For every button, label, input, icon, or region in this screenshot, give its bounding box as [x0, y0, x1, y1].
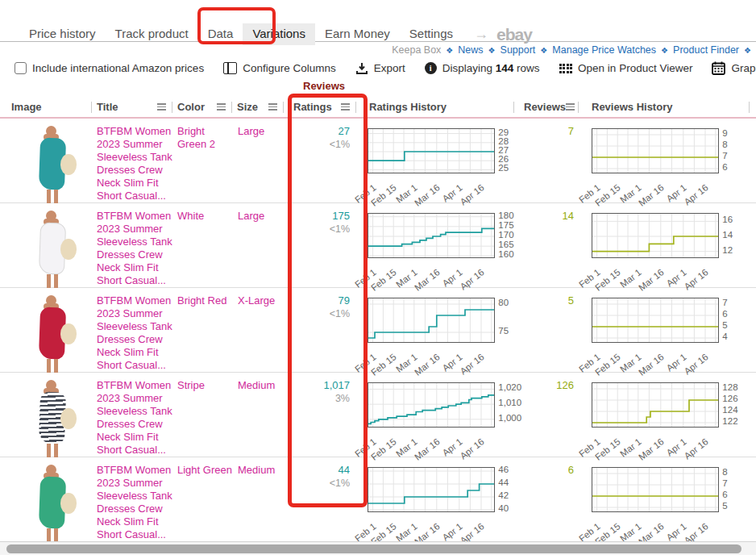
horizontal-scrollbar-track: [0, 541, 756, 555]
diamond-icon: ❖: [488, 46, 496, 55]
y-axis-tick: 1,000: [498, 413, 521, 423]
y-axis-tick: 6: [722, 309, 727, 319]
y-axis-tick: 44: [498, 478, 509, 487]
ratings-percent: <1%: [284, 138, 350, 151]
y-axis-tick: 42: [498, 490, 509, 500]
link-news[interactable]: News: [458, 44, 483, 56]
diamond-icon: ❖: [446, 46, 453, 55]
y-axis-tick: 180: [498, 211, 513, 220]
product-image[interactable]: [24, 464, 81, 542]
header-size[interactable]: Size: [232, 97, 284, 117]
column-menu-icon[interactable]: [268, 103, 277, 111]
variation-color: Stripe: [172, 373, 232, 463]
variation-size: Medium: [232, 373, 284, 463]
table-row: BTFBM Women 2023 Summer Sleeveless Tank …: [0, 373, 756, 457]
y-axis-tick: 46: [498, 465, 509, 474]
header-color[interactable]: Color: [172, 97, 232, 117]
variation-size: Medium: [232, 457, 284, 548]
export-button[interactable]: Export: [355, 62, 405, 75]
column-menu-icon[interactable]: [217, 103, 226, 111]
product-title-link[interactable]: BTFBM Women 2023 Summer Sleeveless Tank …: [92, 119, 172, 209]
y-axis-tick: 175: [498, 220, 513, 230]
keepa-box-label: Keepa Box: [392, 44, 441, 56]
tab-settings[interactable]: Settings: [400, 23, 463, 45]
product-image[interactable]: [24, 210, 81, 288]
table-row: BTFBM Women 2023 Summer Sleeveless Tank …: [0, 119, 756, 203]
info-icon[interactable]: i: [425, 62, 437, 74]
open-in-product-viewer-button[interactable]: Open in Product Viewer: [559, 62, 693, 74]
ratings-count: 44: [284, 464, 350, 477]
y-axis-tick: 8: [722, 467, 727, 477]
y-axis-tick: 122: [722, 416, 737, 426]
calendar-icon: [712, 61, 725, 75]
reviews-history-chart: 9876Feb 1Feb 15Mar 1Mar 16Apr 1Apr 16: [592, 128, 750, 209]
product-image[interactable]: [24, 125, 81, 203]
link-product-finder[interactable]: Product Finder: [673, 44, 739, 56]
grid-icon: [559, 64, 573, 73]
y-axis-tick: 25: [498, 163, 509, 173]
link-manage-price-watches[interactable]: Manage Price Watches: [552, 44, 656, 56]
y-axis-tick: 6: [722, 162, 727, 172]
product-title-link[interactable]: BTFBM Women 2023 Summer Sleeveless Tank …: [92, 457, 172, 548]
tab-data[interactable]: Data: [198, 23, 243, 45]
y-axis-tick: 170: [498, 230, 513, 240]
table-row: BTFBM Women 2023 Summer Sleeveless Tank …: [0, 203, 756, 288]
rows-count: 144: [496, 62, 514, 74]
ratings-percent: <1%: [284, 307, 350, 320]
header-image: Image: [6, 97, 92, 117]
tab-variations[interactable]: Variations: [243, 23, 315, 45]
ratings-history-chart: 46444240Feb 1Feb 15Mar 1Mar 16Apr 1Apr 1…: [368, 467, 525, 548]
include-international-prices-label: Include international Amazon prices: [32, 62, 204, 74]
reviews-history-chart: 128126124122Feb 1Feb 15Mar 1Mar 16Apr 1A…: [592, 382, 750, 463]
product-title-link[interactable]: BTFBM Women 2023 Summer Sleeveless Tank …: [92, 203, 172, 294]
header-ratings[interactable]: Ratings: [284, 97, 356, 117]
variation-size: Large: [232, 203, 284, 294]
diamond-icon: ❖: [744, 46, 751, 55]
table-row: BTFBM Women 2023 Summer Sleeveless Tank …: [0, 457, 756, 542]
column-menu-icon[interactable]: [566, 103, 575, 111]
y-axis-tick: 8: [722, 140, 727, 149]
keepa-box-links: Keepa Box ❖ News ❖ Support ❖ Manage Pric…: [392, 44, 751, 56]
y-axis-tick: 7: [722, 151, 727, 161]
horizontal-scrollbar-thumb[interactable]: [6, 544, 741, 553]
y-axis-tick: 14: [722, 230, 733, 240]
y-axis-tick: 4: [722, 332, 727, 341]
ratings-count: 79: [284, 294, 350, 307]
download-icon: [355, 62, 368, 75]
y-axis-tick: 6: [722, 490, 727, 499]
configure-columns-button[interactable]: Configure Columns: [223, 62, 336, 74]
variation-size: Large: [232, 119, 284, 209]
tab-earn-money[interactable]: Earn Money: [315, 23, 400, 45]
tabbar: Price history Track product Data Variati…: [19, 23, 532, 45]
y-axis-tick: 75: [498, 326, 509, 336]
ratings-percent: <1%: [284, 477, 350, 490]
include-international-prices-option: Include international Amazon prices: [15, 62, 204, 74]
variations-table: Image Title Color Size Ratings Ratings H…: [0, 97, 756, 542]
configure-columns-label: Configure Columns: [243, 62, 336, 74]
ebay-logo[interactable]: ebay: [496, 25, 532, 44]
header-ratings-history: Ratings History: [356, 97, 514, 117]
header-reviews[interactable]: Reviews: [514, 97, 579, 117]
column-menu-icon[interactable]: [157, 103, 166, 111]
header-title[interactable]: Title: [92, 97, 172, 117]
ratings-percent: <1%: [284, 223, 350, 236]
ratings-history-chart: 1,0201,0101,000Feb 1Feb 15Mar 1Mar 16Apr…: [368, 382, 525, 463]
product-title-link[interactable]: BTFBM Women 2023 Summer Sleeveless Tank …: [92, 288, 172, 378]
product-image[interactable]: [24, 379, 81, 457]
variation-color: Bright Green 2: [172, 119, 232, 209]
graph-range-control: Graph range in days: 7 30 90: [712, 61, 756, 75]
tab-track-product[interactable]: Track product: [106, 23, 198, 45]
variation-color: Light Green: [172, 457, 232, 548]
y-axis-tick: 16: [722, 215, 733, 224]
tab-price-history[interactable]: Price history: [19, 23, 106, 45]
column-menu-icon[interactable]: [341, 103, 350, 111]
table-row: BTFBM Women 2023 Summer Sleeveless Tank …: [0, 288, 756, 373]
include-international-prices-checkbox[interactable]: [15, 62, 27, 74]
y-axis-tick: 1,020: [498, 382, 521, 392]
variation-size: X-Large: [232, 288, 284, 378]
columns-icon: [223, 62, 237, 74]
ratings-percent: 3%: [284, 392, 350, 405]
product-title-link[interactable]: BTFBM Women 2023 Summer Sleeveless Tank …: [92, 373, 172, 463]
link-support[interactable]: Support: [501, 44, 536, 56]
product-image[interactable]: [24, 294, 81, 373]
